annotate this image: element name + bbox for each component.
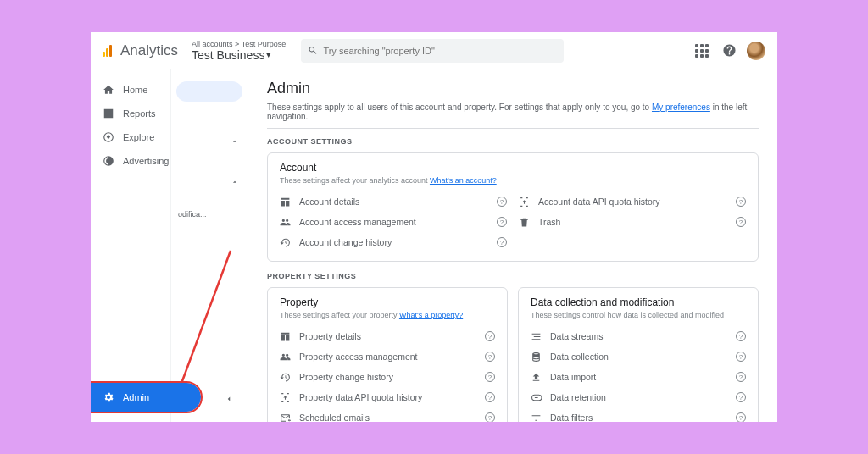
property-access[interactable]: Property access management? [280,346,495,367]
page-subtitle: These settings apply to all users of thi… [267,102,759,121]
collapse-icon[interactable] [225,391,233,407]
account-access[interactable]: Account access management? [280,212,507,232]
data-retention[interactable]: Data retention? [531,387,746,407]
whats-property-link[interactable]: What's a property? [399,311,463,319]
account-details[interactable]: Account details? [280,191,507,212]
help-icon[interactable]: ? [497,197,507,207]
search-icon [308,45,318,56]
secondary-selected[interactable] [176,81,242,102]
nav-reports[interactable]: Reports [91,102,170,125]
page-title: Admin [267,80,759,97]
brand-name: Analytics [120,42,178,59]
nav-home[interactable]: Home [91,78,170,102]
help-icon[interactable] [720,42,738,60]
breadcrumb-bottom[interactable]: Test Business▾ [192,48,286,62]
secondary-collapse-2[interactable] [171,169,248,195]
whats-account-link[interactable]: What's an account? [430,176,497,185]
avatar[interactable] [747,42,765,60]
account-api-quota[interactable]: Account data API quota history? [519,191,746,212]
secondary-collapse-1[interactable] [171,129,248,154]
secondary-panel: odifica... [170,69,248,422]
account-card-title: Account [280,162,746,174]
datacoll-card: Data collection and modification These s… [518,287,759,422]
data-filters[interactable]: Data filters? [531,407,746,422]
secondary-truncated[interactable]: odifica... [171,205,248,224]
chevron-down-icon: ▾ [266,49,271,60]
section-property-label: PROPERTY SETTINGS [267,272,759,280]
property-history[interactable]: Property change history? [280,367,495,387]
property-card-title: Property [280,296,495,308]
data-import[interactable]: Data import? [531,367,746,387]
property-details[interactable]: Property details? [280,326,495,346]
data-collection[interactable]: Data collection? [531,346,746,367]
my-preferences-link[interactable]: My preferences [652,102,710,112]
account-history[interactable]: Account change history? [280,232,507,252]
section-account-label: ACCOUNT SETTINGS [267,137,759,146]
search-input[interactable] [323,46,557,56]
nav-advertising[interactable]: Advertising [91,149,170,173]
breadcrumb-top[interactable]: All accounts > Test Purpose [192,40,286,48]
property-card: Property These settings affect your prop… [267,287,508,422]
property-api-quota[interactable]: Property data API quota history? [280,387,495,407]
search-bar[interactable] [301,39,564,63]
nav-explore[interactable]: Explore [91,125,170,149]
datacoll-card-title: Data collection and modification [531,296,746,308]
nav-admin[interactable]: Admin [91,383,201,412]
divider [267,128,759,129]
data-streams[interactable]: Data streams? [531,326,746,346]
account-card: Account These settings affect your analy… [267,152,759,262]
account-trash[interactable]: Trash? [519,212,746,232]
analytics-logo [103,45,112,57]
apps-icon[interactable] [693,42,711,60]
scheduled-emails[interactable]: Scheduled emails? [280,407,495,422]
